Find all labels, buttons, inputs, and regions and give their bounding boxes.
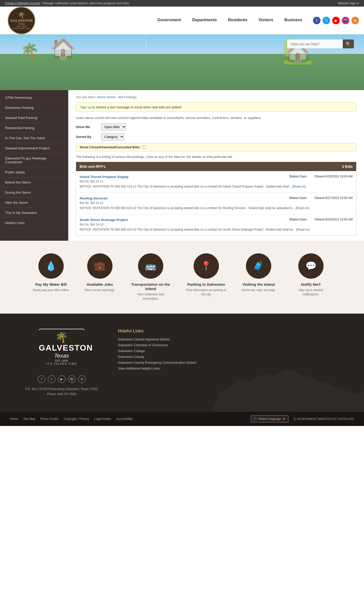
footer-youtube-icon[interactable]: ▶ [58,375,65,383]
sidebar: 175th Anniversary Downtown Parking Seawa… [0,90,68,241]
quick-link-visiting[interactable]: 🧳 Visiting the Island Come eat, stay, an… [242,253,276,301]
bid-closes-3: Closes:9/24/2024 10:00 AM [314,218,353,221]
search-button[interactable]: 🔍 [343,39,354,48]
website-signin[interactable]: Website Sign In [338,2,359,5]
logo-area[interactable]: 🌴 GALVESTON Texas EST. 1839 IT'S ISLAND … [5,7,38,34]
footer-rss-icon[interactable]: ⊕ [78,375,86,383]
top-bar-left: Create a Website Account - Manage notifi… [5,2,130,5]
footer-link-appraisal[interactable]: Galveston Central Appraisal District [118,337,339,341]
sidebar-item-residential[interactable]: Residential Parking [0,123,68,133]
twitter-icon[interactable]: 𝕏 [323,17,330,24]
breadcrumb-home[interactable]: Home [97,95,106,99]
sidebar-item-can-not-sand[interactable]: In The Can, Not The Sand [0,133,68,143]
quick-link-transport[interactable]: 🚌 Transportation on the Island View sche… [130,253,171,301]
quick-link-water[interactable]: 💧 Pay My Water Bill Easily pay your bill… [33,253,69,301]
closed-bids-row: Show Closed/Awarded/Cancelled Bids: [76,143,356,151]
sidebar-item-seawall-paid[interactable]: Seawall Paid Parking [0,113,68,123]
logo-tagline: IT'S ISLAND TIME [13,28,30,29]
bid-row: Roofing Services Status:Open Closes:9/17… [76,193,356,214]
breadcrumb-home-link[interactable]: Home [107,95,116,99]
footer-address: P.O. Box 779 823 Rosenberg Galveston, Te… [25,386,98,397]
instagram-icon[interactable]: 📷 [342,17,349,24]
footer-link-more[interactable]: View Additional Helpful Links [118,366,339,370]
youtube-icon[interactable]: ▶ [332,17,340,24]
select-language[interactable]: G Select Language ▼ [251,415,288,422]
filter-show-me-row: Show Me Open Bids [76,123,356,131]
footer-link-college[interactable]: Galveston College [118,349,339,353]
logo-state: Texas [18,23,25,25]
create-account-link[interactable]: Create a Website Account [5,2,40,5]
bid-row: Island Transit Propane Supply Status:Ope… [76,171,356,193]
quick-link-jobs[interactable]: 💼 Available Jobs View current openings. [84,253,115,301]
sidebar-item-after-storm[interactable]: After the Storm [0,198,68,208]
sidebar-item-downtown-parking[interactable]: Downtown Parking [0,103,68,113]
nav-government[interactable]: Government [152,7,187,34]
footer-instagram-icon[interactable]: 📷 [68,375,76,383]
bids-section: Bids and RFP's 3 Bids Island Transit Pro… [76,162,356,236]
footer-link-emergency[interactable]: Galveston County Emergency Communication… [118,361,339,364]
show-me-select[interactable]: Open Bids [101,123,126,131]
nav-visitors[interactable]: Visitors [253,7,279,34]
bid-closes-2: Closes:9/17/2024 10:00 AM [314,196,353,200]
bid-num-3: Bid No. Bid 24-10 [80,223,353,226]
bid-read-on-2[interactable]: [Read on] [296,206,309,210]
sidebar-item-redesign[interactable]: GalvestanTX.gov Redesign Countdown [0,153,68,167]
sidebar-item-helpful-links[interactable]: Helpful Links [0,218,68,228]
footer-bottom-photo[interactable]: Photo Credits [40,417,59,421]
nav-business[interactable]: Business [279,7,308,34]
sidebar-item-anniversary[interactable]: 175th Anniversary [0,93,68,103]
breadcrumb-label: You are Here: [76,95,96,99]
bid-read-on-3[interactable]: [Read on] [296,228,309,231]
site-logo[interactable]: 🌴 GALVESTON Texas EST. 1839 IT'S ISLAND … [8,7,35,34]
footer-bottom-accessibility[interactable]: Accessibility [116,417,133,421]
footer-link-county[interactable]: Galveston County [118,355,339,359]
footer-helpful-links: Helpful Links Galveston Central Appraisa… [118,329,339,372]
main-nav: Government Departments Residents Visitor… [152,7,308,34]
footer-logo-area: 🌴 GALVESTON Texas EST. 1839 IT'S ISLAND … [25,329,98,397]
footer-arch [39,329,84,330]
footer-bottom-legal[interactable]: Legal Notice [94,417,111,421]
notify-icon: 💬 [298,253,324,279]
quick-link-notify[interactable]: 💬 Notify Me® Sign up to receive notifica… [291,253,331,301]
select-language-label: Select Language [258,417,281,421]
footer-logo[interactable]: 🌴 GALVESTON Texas EST. 1839 IT'S ISLAND … [39,329,84,365]
sidebar-item-during-storm[interactable]: During the Storm [0,188,68,198]
quick-link-parking[interactable]: 📍 Parking in Galveston Find information … [186,253,226,301]
footer-link-chamber[interactable]: Galveston Chamber of Commerce [118,343,339,347]
bid-link-1[interactable]: Island Transit Propane Supply [80,175,129,179]
sidebar-item-my-galveston[interactable]: This Is My Galveston [0,208,68,218]
logo-name: GALVESTON [10,19,33,23]
top-bar-manage-text: - Manage notification subscriptions, sav… [41,2,130,5]
footer-palm-icon: 🌴 [39,331,84,343]
logo-palm-icon: 🌴 [18,12,25,19]
main-content: You are Here: Home Home › Bid Postings S… [68,90,364,241]
sidebar-item-public-safety[interactable]: Public Safety [0,167,68,177]
rss-icon[interactable]: ⊕ [351,17,359,24]
bid-link-3[interactable]: South Shore Drainage Project [80,218,128,222]
bid-num-2: Bid No. Bid 24-12 [80,201,353,205]
signup-link[interactable]: Sign up [80,105,91,109]
footer-twitter-icon[interactable]: 𝕏 [48,375,55,383]
notify-banner: Sign up to receive a text message or ema… [76,103,356,112]
sidebar-item-seawall-improvement[interactable]: Seawall Improvement Project [0,143,68,153]
footer-facebook-icon[interactable]: f [38,375,45,383]
nav-residents[interactable]: Residents [222,7,253,34]
bid-link-2[interactable]: Roofing Services [80,196,107,200]
bid-read-on-1[interactable]: [Read on] [292,185,305,188]
google-translate-icon: G [254,417,257,421]
footer-bottom-home[interactable]: Home [10,417,18,421]
bids-count: 3 Bids [342,165,353,169]
parking-title: Parking in Galveston [187,282,225,287]
sidebar-item-before-storm[interactable]: Before the Storm [0,177,68,188]
facebook-icon[interactable]: f [313,17,321,24]
bid-top-3: South Shore Drainage Project Status:Open… [80,218,353,222]
footer-bottom-sitemap[interactable]: Site Map [23,417,35,421]
closed-bids-checkbox[interactable] [143,146,146,149]
helper-text: The following is a listing of various bi… [76,155,356,159]
footer-bottom-privacy[interactable]: Copyright / Privacy [64,417,89,421]
nav-departments[interactable]: Departments [187,7,222,34]
top-bar: Create a Website Account - Manage notifi… [0,0,364,7]
bids-header: Bids and RFP's 3 Bids [76,162,356,171]
search-input[interactable] [287,40,343,48]
sorted-by-select[interactable]: Category [101,133,124,140]
